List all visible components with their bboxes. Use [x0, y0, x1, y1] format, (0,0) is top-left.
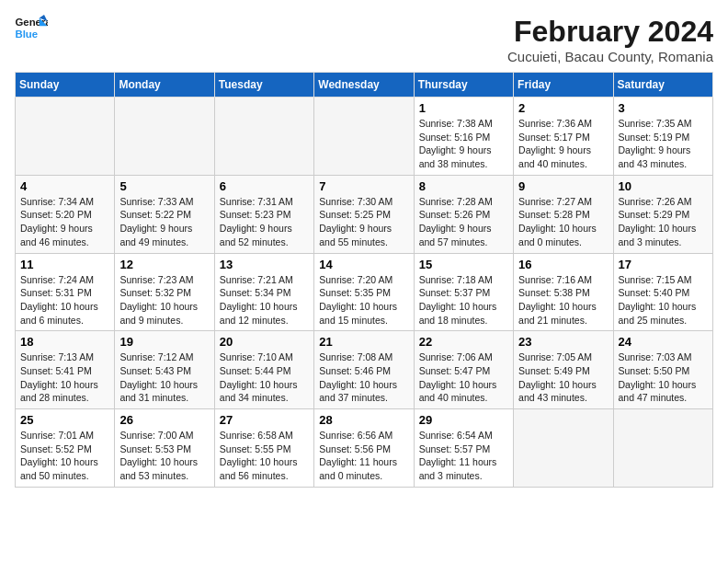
day-info: Sunrise: 7:13 AM Sunset: 5:41 PM Dayligh… — [20, 350, 109, 405]
table-row — [314, 98, 414, 176]
table-row — [214, 98, 313, 176]
day-info: Sunrise: 7:03 AM Sunset: 5:50 PM Dayligh… — [619, 350, 708, 405]
calendar-week-3: 11Sunrise: 7:24 AM Sunset: 5:31 PM Dayli… — [16, 253, 713, 331]
day-number: 26 — [119, 413, 209, 427]
table-row: 9Sunrise: 7:27 AM Sunset: 5:28 PM Daylig… — [514, 175, 613, 253]
day-info: Sunrise: 7:15 AM Sunset: 5:40 PM Dayligh… — [619, 273, 708, 327]
table-row: 4Sunrise: 7:34 AM Sunset: 5:20 PM Daylig… — [16, 175, 115, 253]
table-row: 11Sunrise: 7:24 AM Sunset: 5:31 PM Dayli… — [16, 253, 115, 331]
day-info: Sunrise: 7:28 AM Sunset: 5:26 PM Dayligh… — [419, 195, 508, 249]
day-info: Sunrise: 7:36 AM Sunset: 5:17 PM Dayligh… — [518, 117, 608, 171]
day-info: Sunrise: 6:54 AM Sunset: 5:57 PM Dayligh… — [419, 429, 508, 483]
day-number: 4 — [20, 179, 109, 193]
title-section: February 2024 Cucuieti, Bacau County, Ro… — [507, 15, 713, 64]
table-row: 14Sunrise: 7:20 AM Sunset: 5:35 PM Dayli… — [314, 253, 414, 331]
day-info: Sunrise: 7:35 AM Sunset: 5:19 PM Dayligh… — [619, 117, 708, 171]
day-info: Sunrise: 7:10 AM Sunset: 5:44 PM Dayligh… — [220, 350, 309, 405]
day-number: 19 — [119, 335, 209, 349]
header-sunday: Sunday — [16, 73, 115, 98]
day-number: 3 — [619, 101, 708, 115]
day-info: Sunrise: 7:12 AM Sunset: 5:43 PM Dayligh… — [119, 350, 209, 405]
table-row — [613, 409, 712, 488]
day-number: 6 — [220, 179, 309, 193]
day-info: Sunrise: 7:08 AM Sunset: 5:46 PM Dayligh… — [319, 350, 408, 405]
calendar-week-5: 25Sunrise: 7:01 AM Sunset: 5:52 PM Dayli… — [16, 409, 713, 488]
day-number: 12 — [119, 258, 209, 271]
calendar-week-2: 4Sunrise: 7:34 AM Sunset: 5:20 PM Daylig… — [16, 175, 713, 253]
table-row: 3Sunrise: 7:35 AM Sunset: 5:19 PM Daylig… — [613, 98, 712, 176]
logo: General Blue — [15, 15, 48, 40]
table-row: 5Sunrise: 7:33 AM Sunset: 5:22 PM Daylig… — [115, 175, 214, 253]
day-number: 13 — [220, 258, 309, 271]
table-row: 10Sunrise: 7:26 AM Sunset: 5:29 PM Dayli… — [613, 175, 712, 253]
day-info: Sunrise: 6:56 AM Sunset: 5:56 PM Dayligh… — [319, 429, 408, 483]
day-number: 8 — [419, 179, 508, 193]
table-row: 28Sunrise: 6:56 AM Sunset: 5:56 PM Dayli… — [314, 409, 414, 488]
page-header: General Blue February 2024 Cucuieti, Bac… — [15, 15, 713, 64]
table-row: 8Sunrise: 7:28 AM Sunset: 5:26 PM Daylig… — [414, 175, 513, 253]
table-row: 24Sunrise: 7:03 AM Sunset: 5:50 PM Dayli… — [613, 331, 712, 409]
day-number: 11 — [20, 258, 109, 271]
day-info: Sunrise: 7:16 AM Sunset: 5:38 PM Dayligh… — [518, 273, 608, 327]
table-row: 17Sunrise: 7:15 AM Sunset: 5:40 PM Dayli… — [613, 253, 712, 331]
day-info: Sunrise: 7:38 AM Sunset: 5:16 PM Dayligh… — [419, 117, 508, 171]
day-info: Sunrise: 7:31 AM Sunset: 5:23 PM Dayligh… — [220, 195, 309, 249]
day-info: Sunrise: 7:18 AM Sunset: 5:37 PM Dayligh… — [419, 273, 508, 327]
table-row: 1Sunrise: 7:38 AM Sunset: 5:16 PM Daylig… — [414, 98, 513, 176]
header-tuesday: Tuesday — [214, 73, 313, 98]
header-wednesday: Wednesday — [314, 73, 414, 98]
day-info: Sunrise: 7:24 AM Sunset: 5:31 PM Dayligh… — [20, 273, 109, 327]
table-row — [514, 409, 613, 488]
day-info: Sunrise: 7:26 AM Sunset: 5:29 PM Dayligh… — [619, 195, 708, 249]
day-number: 1 — [419, 101, 508, 115]
day-info: Sunrise: 7:27 AM Sunset: 5:28 PM Dayligh… — [518, 195, 608, 249]
page-title: February 2024 — [507, 15, 713, 49]
table-row: 23Sunrise: 7:05 AM Sunset: 5:49 PM Dayli… — [514, 331, 613, 409]
day-info: Sunrise: 6:58 AM Sunset: 5:55 PM Dayligh… — [220, 429, 309, 483]
day-number: 21 — [319, 335, 408, 349]
table-row: 18Sunrise: 7:13 AM Sunset: 5:41 PM Dayli… — [16, 331, 115, 409]
calendar-week-1: 1Sunrise: 7:38 AM Sunset: 5:16 PM Daylig… — [16, 98, 713, 176]
day-info: Sunrise: 7:00 AM Sunset: 5:53 PM Dayligh… — [119, 429, 209, 483]
calendar-table: Sunday Monday Tuesday Wednesday Thursday… — [15, 72, 713, 488]
calendar-header-row: Sunday Monday Tuesday Wednesday Thursday… — [16, 73, 713, 98]
day-number: 27 — [220, 413, 309, 427]
day-info: Sunrise: 7:21 AM Sunset: 5:34 PM Dayligh… — [220, 273, 309, 327]
table-row: 26Sunrise: 7:00 AM Sunset: 5:53 PM Dayli… — [115, 409, 214, 488]
table-row: 15Sunrise: 7:18 AM Sunset: 5:37 PM Dayli… — [414, 253, 513, 331]
header-thursday: Thursday — [414, 73, 513, 98]
day-info: Sunrise: 7:06 AM Sunset: 5:47 PM Dayligh… — [419, 350, 508, 405]
table-row: 20Sunrise: 7:10 AM Sunset: 5:44 PM Dayli… — [214, 331, 313, 409]
table-row — [115, 98, 214, 176]
day-number: 17 — [619, 258, 708, 271]
day-number: 22 — [419, 335, 508, 349]
day-number: 29 — [419, 413, 508, 427]
day-info: Sunrise: 7:34 AM Sunset: 5:20 PM Dayligh… — [20, 195, 109, 249]
day-number: 15 — [419, 258, 508, 271]
day-number: 9 — [518, 179, 608, 193]
table-row: 7Sunrise: 7:30 AM Sunset: 5:25 PM Daylig… — [314, 175, 414, 253]
day-number: 14 — [319, 258, 408, 271]
header-friday: Friday — [514, 73, 613, 98]
table-row: 22Sunrise: 7:06 AM Sunset: 5:47 PM Dayli… — [414, 331, 513, 409]
table-row: 16Sunrise: 7:16 AM Sunset: 5:38 PM Dayli… — [514, 253, 613, 331]
day-number: 23 — [518, 335, 608, 349]
table-row: 2Sunrise: 7:36 AM Sunset: 5:17 PM Daylig… — [514, 98, 613, 176]
calendar-week-4: 18Sunrise: 7:13 AM Sunset: 5:41 PM Dayli… — [16, 331, 713, 409]
day-number: 2 — [518, 101, 608, 115]
day-number: 10 — [619, 179, 708, 193]
day-number: 16 — [518, 258, 608, 271]
header-monday: Monday — [115, 73, 214, 98]
day-number: 25 — [20, 413, 109, 427]
table-row: 27Sunrise: 6:58 AM Sunset: 5:55 PM Dayli… — [214, 409, 313, 488]
header-saturday: Saturday — [613, 73, 712, 98]
day-number: 28 — [319, 413, 408, 427]
logo-icon: General Blue — [15, 15, 48, 40]
day-number: 5 — [119, 179, 209, 193]
table-row: 29Sunrise: 6:54 AM Sunset: 5:57 PM Dayli… — [414, 409, 513, 488]
page-subtitle: Cucuieti, Bacau County, Romania — [507, 49, 713, 64]
day-info: Sunrise: 7:23 AM Sunset: 5:32 PM Dayligh… — [119, 273, 209, 327]
table-row: 12Sunrise: 7:23 AM Sunset: 5:32 PM Dayli… — [115, 253, 214, 331]
day-info: Sunrise: 7:33 AM Sunset: 5:22 PM Dayligh… — [119, 195, 209, 249]
day-info: Sunrise: 7:05 AM Sunset: 5:49 PM Dayligh… — [518, 350, 608, 405]
